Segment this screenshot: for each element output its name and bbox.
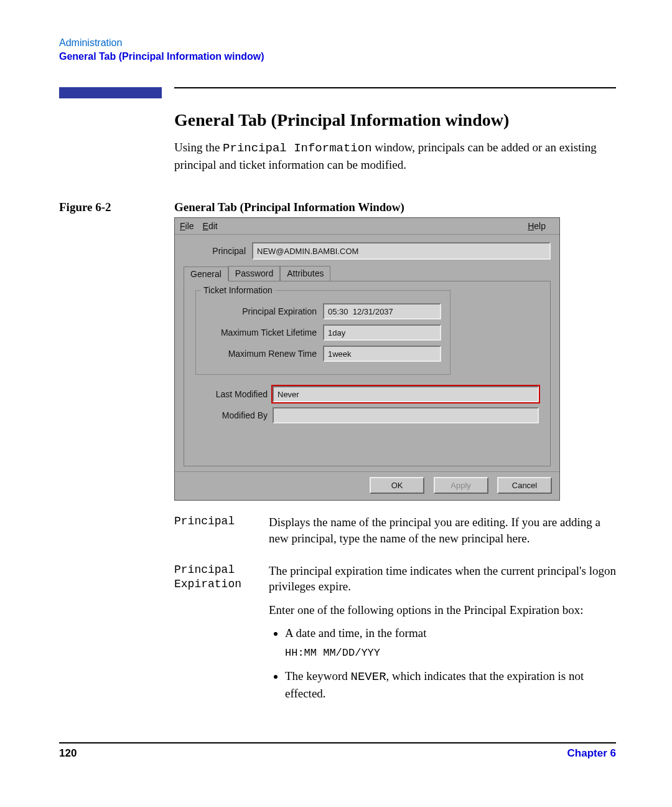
principal-info-window: File Edit Help Principal General Passwor… (174, 217, 560, 501)
chapter-label: Chapter 6 (567, 747, 616, 760)
exp-label: Principal Expiration (205, 306, 323, 316)
tab-bar: General Password Attributes (184, 266, 551, 281)
ticket-info-group: Ticket Information Principal Expiration … (195, 290, 450, 375)
defs-list: Principal Displays the name of the princ… (174, 514, 616, 709)
menu-bar: File Edit Help (175, 218, 559, 235)
tab-general[interactable]: General (184, 267, 228, 281)
principal-label: Principal (184, 246, 252, 256)
tab-attributes[interactable]: Attributes (280, 266, 330, 281)
max-renew-input[interactable] (323, 346, 441, 362)
apply-button: Apply (434, 477, 488, 494)
footer: 120 Chapter 6 (59, 747, 616, 760)
life-label: Maximum Ticket Lifetime (205, 328, 323, 337)
figure-caption: General Tab (Principal Information Windo… (174, 201, 404, 214)
page-number: 120 (59, 747, 77, 760)
menu-file[interactable]: File (180, 221, 194, 231)
max-lifetime-input[interactable] (323, 324, 441, 341)
header-subtitle: General Tab (Principal Information windo… (59, 51, 616, 62)
horizontal-rule (174, 87, 616, 88)
last-modified-label: Last Modified (195, 389, 273, 399)
def-term-expiration: Principal Expiration (174, 563, 269, 709)
footer-rule (59, 742, 616, 743)
cancel-button[interactable]: Cancel (497, 477, 552, 494)
page-header: Administration General Tab (Principal In… (59, 37, 616, 62)
blue-bar-icon (59, 87, 162, 98)
principal-input[interactable] (252, 242, 551, 260)
def-desc-expiration: The principal expiration time indicates … (269, 563, 616, 709)
def-principal-expiration: Principal Expiration The principal expir… (174, 563, 616, 709)
tab-password[interactable]: Password (228, 266, 280, 281)
principal-expiration-input[interactable] (323, 303, 441, 319)
ticket-info-legend: Ticket Information (201, 285, 275, 295)
figure-label: Figure 6-2 (59, 201, 174, 214)
tab-panel-general: Ticket Information Principal Expiration … (184, 281, 551, 466)
def-term-principal: Principal (174, 514, 269, 554)
intro-paragraph: Using the Principal Information window, … (174, 139, 616, 172)
def-desc-principal: Displays the name of the principal you a… (269, 514, 616, 554)
menu-edit[interactable]: Edit (203, 221, 218, 231)
menu-help[interactable]: Help (528, 221, 546, 231)
section-title: General Tab (Principal Information windo… (174, 110, 616, 130)
modified-by-label: Modified By (195, 410, 273, 420)
last-modified-input[interactable] (273, 386, 539, 402)
divider-bar-row (59, 87, 616, 98)
def-principal: Principal Displays the name of the princ… (174, 514, 616, 554)
renew-label: Maximum Renew Time (205, 349, 323, 359)
button-row: OK Apply Cancel (175, 471, 559, 500)
modified-by-input[interactable] (273, 407, 539, 423)
header-admin: Administration (59, 37, 616, 49)
ok-button[interactable]: OK (370, 477, 424, 494)
